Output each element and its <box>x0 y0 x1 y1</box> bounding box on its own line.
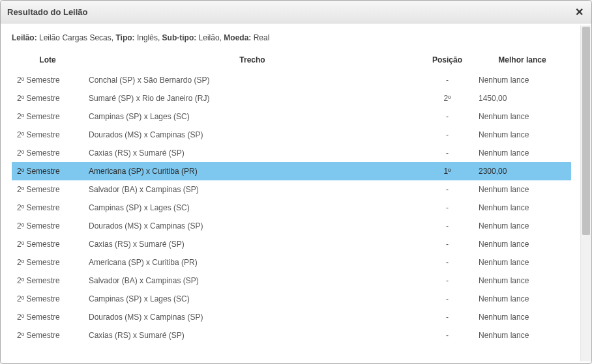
auction-info-line: Leilão: Leilão Cargas Secas, Tipo: Inglê… <box>12 33 571 42</box>
table-row[interactable]: 2º SemestreCaxias (RS) x Sumaré (SP)-Nen… <box>12 235 571 253</box>
close-icon[interactable]: ✕ <box>573 6 585 18</box>
cell-trecho: Dourados (MS) x Campinas (SP) <box>83 308 421 326</box>
cell-posicao: - <box>421 217 473 235</box>
value-moeda: Real <box>254 33 270 42</box>
cell-melhor-lance: Nenhum lance <box>473 107 571 126</box>
table-row[interactable]: 2º SemestreCaxias (RS) x Sumaré (SP)-Nen… <box>12 144 571 162</box>
cell-lote: 2º Semestre <box>12 199 83 217</box>
cell-trecho: Caxias (RS) x Sumaré (SP) <box>83 326 421 344</box>
table-header-row: Lote Trecho Posição Melhor lance <box>12 51 571 71</box>
cell-posicao: - <box>421 144 473 162</box>
auction-result-dialog: Resultado do Leilão ✕ Leilão: Leilão Car… <box>0 0 592 364</box>
cell-posicao: - <box>421 107 473 126</box>
table-row[interactable]: 2º SemestreDourados (MS) x Campinas (SP)… <box>12 126 571 144</box>
cell-posicao: - <box>421 199 473 217</box>
dialog-content: Leilão: Leilão Cargas Secas, Tipo: Inglê… <box>3 25 580 361</box>
cell-trecho: Americana (SP) x Curitiba (PR) <box>83 253 421 272</box>
cell-lote: 2º Semestre <box>12 272 83 290</box>
col-melhor-lance: Melhor lance <box>473 51 571 71</box>
cell-melhor-lance: 1450,00 <box>473 89 571 107</box>
label-moeda: Moeda: <box>224 33 251 42</box>
cell-melhor-lance: Nenhum lance <box>473 126 571 144</box>
dialog-titlebar[interactable]: Resultado do Leilão ✕ <box>1 1 591 23</box>
cell-lote: 2º Semestre <box>12 253 83 272</box>
cell-posicao: - <box>421 180 473 199</box>
cell-melhor-lance: Nenhum lance <box>473 235 571 253</box>
cell-lote: 2º Semestre <box>12 71 83 89</box>
cell-trecho: Caxias (RS) x Sumaré (SP) <box>83 235 421 253</box>
table-row[interactable]: 2º SemestreAmericana (SP) x Curitiba (PR… <box>12 162 571 180</box>
cell-lote: 2º Semestre <box>12 162 83 180</box>
cell-melhor-lance: 2300,00 <box>473 162 571 180</box>
cell-melhor-lance: Nenhum lance <box>473 217 571 235</box>
table-row[interactable]: 2º SemestreDourados (MS) x Campinas (SP)… <box>12 217 571 235</box>
cell-lote: 2º Semestre <box>12 217 83 235</box>
cell-lote: 2º Semestre <box>12 126 83 144</box>
table-row[interactable]: 2º SemestreDourados (MS) x Campinas (SP)… <box>12 308 571 326</box>
cell-lote: 2º Semestre <box>12 290 83 308</box>
table-row[interactable]: 2º SemestreSalvador (BA) x Campinas (SP)… <box>12 180 571 199</box>
cell-lote: 2º Semestre <box>12 326 83 344</box>
cell-melhor-lance: Nenhum lance <box>473 290 571 308</box>
result-table: Lote Trecho Posição Melhor lance 2º Seme… <box>12 51 571 344</box>
value-leilao: Leilão Cargas Secas, <box>39 33 113 42</box>
label-subtipo: Sub-tipo: <box>162 33 197 42</box>
cell-posicao: - <box>421 272 473 290</box>
table-row[interactable]: 2º SemestreCampinas (SP) x Lages (SC)-Ne… <box>12 290 571 308</box>
cell-posicao: 1º <box>421 162 473 180</box>
cell-posicao: - <box>421 71 473 89</box>
value-tipo: Inglês, <box>137 33 160 42</box>
cell-trecho: Americana (SP) x Curitiba (PR) <box>83 162 421 180</box>
cell-posicao: - <box>421 253 473 272</box>
dialog-title: Resultado do Leilão <box>7 7 88 17</box>
cell-posicao: - <box>421 235 473 253</box>
cell-trecho: Caxias (RS) x Sumaré (SP) <box>83 144 421 162</box>
col-lote: Lote <box>12 51 83 71</box>
label-leilao: Leilão: <box>12 33 37 42</box>
cell-posicao: - <box>421 308 473 326</box>
value-subtipo: Leilão, <box>199 33 222 42</box>
col-trecho: Trecho <box>83 51 421 71</box>
cell-lote: 2º Semestre <box>12 235 83 253</box>
cell-lote: 2º Semestre <box>12 180 83 199</box>
cell-melhor-lance: Nenhum lance <box>473 144 571 162</box>
table-row[interactable]: 2º SemestreCampinas (SP) x Lages (SC)-Ne… <box>12 107 571 126</box>
cell-trecho: Salvador (BA) x Campinas (SP) <box>83 272 421 290</box>
cell-posicao: - <box>421 290 473 308</box>
cell-posicao: - <box>421 126 473 144</box>
cell-trecho: Campinas (SP) x Lages (SC) <box>83 199 421 217</box>
cell-trecho: Dourados (MS) x Campinas (SP) <box>83 217 421 235</box>
table-row[interactable]: 2º SemestreAmericana (SP) x Curitiba (PR… <box>12 253 571 272</box>
cell-trecho: Campinas (SP) x Lages (SC) <box>83 290 421 308</box>
cell-lote: 2º Semestre <box>12 144 83 162</box>
cell-melhor-lance: Nenhum lance <box>473 253 571 272</box>
cell-trecho: Sumaré (SP) x Rio de Janeiro (RJ) <box>83 89 421 107</box>
table-row[interactable]: 2º SemestreConchal (SP) x São Bernardo (… <box>12 71 571 89</box>
cell-melhor-lance: Nenhum lance <box>473 71 571 89</box>
cell-trecho: Dourados (MS) x Campinas (SP) <box>83 126 421 144</box>
label-tipo: Tipo: <box>115 33 134 42</box>
table-row[interactable]: 2º SemestreSalvador (BA) x Campinas (SP)… <box>12 272 571 290</box>
cell-lote: 2º Semestre <box>12 89 83 107</box>
cell-trecho: Conchal (SP) x São Bernardo (SP) <box>83 71 421 89</box>
cell-lote: 2º Semestre <box>12 107 83 126</box>
cell-melhor-lance: Nenhum lance <box>473 272 571 290</box>
vertical-scrollbar[interactable] <box>580 25 591 361</box>
cell-melhor-lance: Nenhum lance <box>473 199 571 217</box>
cell-trecho: Salvador (BA) x Campinas (SP) <box>83 180 421 199</box>
cell-lote: 2º Semestre <box>12 308 83 326</box>
dialog-body: Leilão: Leilão Cargas Secas, Tipo: Inglê… <box>1 23 591 363</box>
table-row[interactable]: 2º SemestreCampinas (SP) x Lages (SC)-Ne… <box>12 199 571 217</box>
table-row[interactable]: 2º SemestreCaxias (RS) x Sumaré (SP)-Nen… <box>12 326 571 344</box>
table-row[interactable]: 2º SemestreSumaré (SP) x Rio de Janeiro … <box>12 89 571 107</box>
cell-posicao: 2º <box>421 89 473 107</box>
col-posicao: Posição <box>421 51 473 71</box>
cell-posicao: - <box>421 326 473 344</box>
cell-melhor-lance: Nenhum lance <box>473 308 571 326</box>
cell-melhor-lance: Nenhum lance <box>473 180 571 199</box>
scrollbar-thumb[interactable] <box>582 27 590 235</box>
cell-melhor-lance: Nenhum lance <box>473 326 571 344</box>
cell-trecho: Campinas (SP) x Lages (SC) <box>83 107 421 126</box>
